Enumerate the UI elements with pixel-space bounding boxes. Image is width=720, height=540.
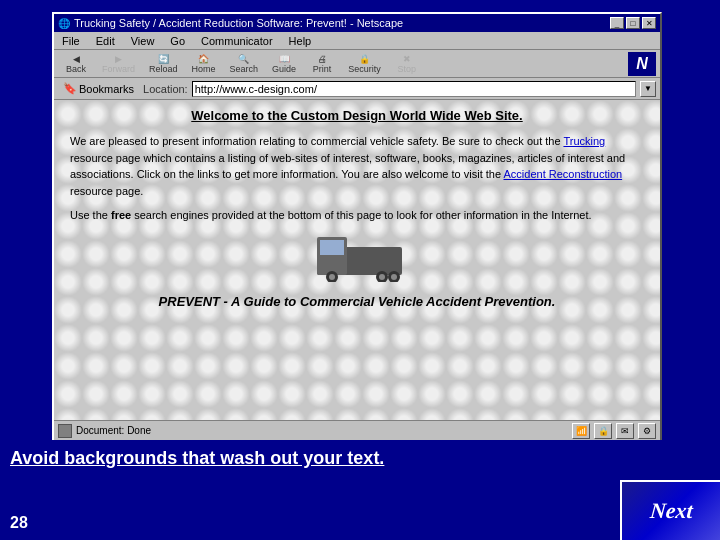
print-label: Print bbox=[313, 64, 332, 74]
forward-label: Forward bbox=[102, 64, 135, 74]
menu-go[interactable]: Go bbox=[166, 34, 189, 48]
page-number: 28 bbox=[10, 514, 28, 532]
menu-communicator[interactable]: Communicator bbox=[197, 34, 277, 48]
menu-edit[interactable]: Edit bbox=[92, 34, 119, 48]
stop-label: Stop bbox=[397, 64, 416, 74]
menu-file[interactable]: File bbox=[58, 34, 84, 48]
content-area[interactable]: Welcome to the Custom Design World Wide … bbox=[54, 100, 660, 420]
status-btn-4: ⚙ bbox=[638, 423, 656, 439]
stop-button[interactable]: ✖ Stop bbox=[389, 52, 425, 76]
menu-view[interactable]: View bbox=[127, 34, 159, 48]
location-dropdown[interactable]: ▼ bbox=[640, 81, 656, 97]
url-input[interactable] bbox=[192, 81, 636, 97]
back-button[interactable]: ◀ Back bbox=[58, 52, 94, 76]
svg-point-6 bbox=[379, 274, 385, 280]
forward-icon: ▶ bbox=[115, 54, 122, 64]
home-icon: 🏠 bbox=[198, 54, 209, 64]
stop-icon: ✖ bbox=[403, 54, 411, 64]
prevent-heading: PREVENT - A Guide to Commercial Vehicle … bbox=[70, 294, 644, 309]
truck-image bbox=[70, 232, 644, 282]
accident-link[interactable]: Accident Reconstruction bbox=[504, 168, 623, 180]
bottom-area: Avoid backgrounds that wash out your tex… bbox=[0, 440, 720, 540]
print-icon: 🖨 bbox=[318, 54, 327, 64]
title-bar: 🌐 Trucking Safety / Accident Reduction S… bbox=[54, 14, 660, 32]
home-label: Home bbox=[192, 64, 216, 74]
search-button[interactable]: 🔍 Search bbox=[224, 52, 265, 76]
status-btn-2: 🔒 bbox=[594, 423, 612, 439]
browser-window: 🌐 Trucking Safety / Accident Reduction S… bbox=[52, 12, 662, 442]
bookmarks-label: Bookmarks bbox=[79, 83, 134, 95]
status-security-icon bbox=[58, 424, 72, 438]
print-button[interactable]: 🖨 Print bbox=[304, 52, 340, 76]
caption-text: Avoid backgrounds that wash out your tex… bbox=[10, 448, 710, 469]
logo-area: Next bbox=[620, 480, 720, 540]
search-label: Search bbox=[230, 64, 259, 74]
logo-text: Next bbox=[648, 498, 693, 524]
guide-icon: 📖 bbox=[279, 54, 290, 64]
paragraph-1: We are pleased to present information re… bbox=[70, 133, 644, 199]
home-button[interactable]: 🏠 Home bbox=[186, 52, 222, 76]
window-title: Trucking Safety / Accident Reduction Sof… bbox=[74, 17, 403, 29]
back-label: Back bbox=[66, 64, 86, 74]
back-icon: ◀ bbox=[73, 54, 80, 64]
reload-button[interactable]: 🔄 Reload bbox=[143, 52, 184, 76]
svg-rect-2 bbox=[320, 240, 344, 255]
security-label: Security bbox=[348, 64, 381, 74]
menu-bar: File Edit View Go Communicator Help bbox=[54, 32, 660, 50]
welcome-heading: Welcome to the Custom Design World Wide … bbox=[70, 108, 644, 123]
status-bar: Document: Done 📶 🔒 ✉ ⚙ bbox=[54, 420, 660, 440]
forward-button[interactable]: ▶ Forward bbox=[96, 52, 141, 76]
toolbar: ◀ Back ▶ Forward 🔄 Reload 🏠 Home 🔍 Searc… bbox=[54, 50, 660, 78]
security-icon: 🔒 bbox=[359, 54, 370, 64]
title-bar-buttons[interactable]: _ □ ✕ bbox=[610, 17, 656, 29]
status-right: 📶 🔒 ✉ ⚙ bbox=[572, 423, 656, 439]
svg-point-8 bbox=[391, 274, 397, 280]
guide-label: Guide bbox=[272, 64, 296, 74]
title-bar-left: 🌐 Trucking Safety / Accident Reduction S… bbox=[58, 17, 403, 29]
maximize-button[interactable]: □ bbox=[626, 17, 640, 29]
status-btn-1: 📶 bbox=[572, 423, 590, 439]
paragraph-2: Use the free search engines provided at … bbox=[70, 207, 644, 224]
reload-label: Reload bbox=[149, 64, 178, 74]
minimize-button[interactable]: _ bbox=[610, 17, 624, 29]
status-btn-3: ✉ bbox=[616, 423, 634, 439]
bookmarks-button[interactable]: 🔖 Bookmarks bbox=[58, 80, 139, 97]
status-text: Document: Done bbox=[76, 425, 568, 436]
reload-icon: 🔄 bbox=[158, 54, 169, 64]
browser-icon: 🌐 bbox=[58, 18, 70, 29]
guide-button[interactable]: 📖 Guide bbox=[266, 52, 302, 76]
netscape-logo: N bbox=[628, 52, 656, 76]
trucking-link[interactable]: Trucking bbox=[563, 135, 605, 147]
search-icon: 🔍 bbox=[238, 54, 249, 64]
menu-help[interactable]: Help bbox=[285, 34, 316, 48]
content-inner: Welcome to the Custom Design World Wide … bbox=[54, 100, 660, 420]
bookmark-icon: 🔖 bbox=[63, 82, 77, 95]
svg-point-4 bbox=[329, 274, 335, 280]
security-button[interactable]: 🔒 Security bbox=[342, 52, 387, 76]
close-button[interactable]: ✕ bbox=[642, 17, 656, 29]
location-bar: 🔖 Bookmarks Location: ▼ bbox=[54, 78, 660, 100]
location-label: Location: bbox=[143, 83, 188, 95]
